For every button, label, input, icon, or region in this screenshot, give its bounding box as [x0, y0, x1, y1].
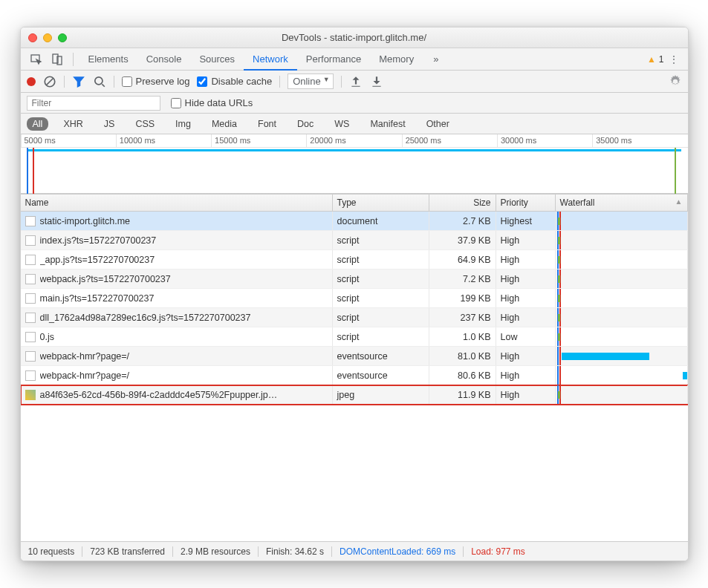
- type-filter-other[interactable]: Other: [420, 117, 455, 131]
- tab-performance[interactable]: Performance: [297, 48, 370, 71]
- network-settings-icon[interactable]: [669, 75, 682, 88]
- network-table-header: Name Type Size Priority Waterfall ▲: [21, 194, 688, 212]
- timeline-overview[interactable]: 5000 ms10000 ms15000 ms20000 ms25000 ms3…: [21, 134, 688, 194]
- tab-sources[interactable]: Sources: [190, 48, 244, 71]
- cell-name: _app.js?ts=1572270700237: [21, 250, 333, 269]
- hide-data-urls-checkbox[interactable]: Hide data URLs: [171, 97, 253, 108]
- cell-priority: High: [496, 231, 556, 249]
- column-name[interactable]: Name: [21, 195, 333, 211]
- timeline-tick: 25000 ms: [402, 134, 497, 147]
- table-row[interactable]: _app.js?ts=1572270700237script64.9 KBHig…: [21, 250, 688, 270]
- warning-icon: ▲: [647, 54, 656, 65]
- column-priority[interactable]: Priority: [496, 195, 556, 211]
- type-filter-ws[interactable]: WS: [328, 117, 355, 131]
- type-filter-bar: All XHRJSCSSImgMediaFontDocWSManifestOth…: [21, 114, 688, 134]
- type-filter-img[interactable]: Img: [169, 117, 197, 131]
- tab-network[interactable]: Network: [244, 48, 297, 71]
- table-row[interactable]: a84f63e5-62cd-456b-89f4-c2adddc4e575%2Fp…: [21, 385, 688, 405]
- type-filter-doc[interactable]: Doc: [291, 117, 319, 131]
- timeline-tick: 10000 ms: [116, 134, 211, 147]
- type-filter-font[interactable]: Font: [252, 117, 282, 131]
- minimize-window-button[interactable]: [43, 33, 52, 42]
- file-name: webpack-hmr?page=/: [40, 351, 130, 362]
- table-row[interactable]: static-import.glitch.medocument2.7 KBHig…: [21, 212, 688, 231]
- search-icon[interactable]: [93, 75, 106, 88]
- file-icon: [25, 216, 36, 226]
- close-window-button[interactable]: [28, 33, 37, 42]
- more-tabs-button[interactable]: »: [424, 48, 447, 71]
- type-filter-js[interactable]: JS: [98, 117, 121, 131]
- cell-size: 199 KB: [429, 289, 496, 307]
- table-row[interactable]: main.js?ts=1572270700237script199 KBHigh: [21, 289, 688, 308]
- tab-console[interactable]: Console: [137, 48, 191, 71]
- cell-name: webpack.js?ts=1572270700237: [21, 270, 333, 288]
- cell-name: static-import.glitch.me: [21, 212, 333, 230]
- cell-priority: High: [496, 289, 556, 307]
- table-row[interactable]: webpack-hmr?page=/eventsource80.6 KBHigh: [21, 366, 688, 385]
- upload-har-icon[interactable]: [349, 75, 363, 88]
- record-button[interactable]: [27, 77, 36, 86]
- cell-type: jpeg: [333, 385, 429, 404]
- column-type[interactable]: Type: [333, 195, 429, 211]
- device-toolbar-icon[interactable]: [48, 51, 67, 68]
- settings-menu-button[interactable]: ⋮: [666, 54, 682, 65]
- file-icon: [25, 274, 36, 284]
- titlebar: DevTools - static-import.glitch.me/: [21, 27, 688, 48]
- preserve-log-input[interactable]: [122, 76, 132, 87]
- file-icon: [25, 370, 36, 381]
- cell-size: 11.9 KB: [429, 385, 496, 404]
- cell-type: document: [333, 212, 429, 230]
- status-domcontentloaded: DOMContentLoaded: 669 ms: [340, 546, 455, 557]
- type-filter-css[interactable]: CSS: [129, 117, 160, 131]
- window-title: DevTools - static-import.glitch.me/: [282, 32, 426, 43]
- hide-data-urls-input[interactable]: [171, 98, 181, 108]
- zoom-window-button[interactable]: [58, 33, 67, 42]
- disable-cache-label: Disable cache: [211, 76, 272, 87]
- timeline-tick: 5000 ms: [21, 134, 116, 147]
- column-size[interactable]: Size: [429, 195, 496, 211]
- tab-memory[interactable]: Memory: [370, 48, 423, 71]
- cell-priority: High: [496, 270, 556, 288]
- filter-input[interactable]: [27, 96, 160, 111]
- cell-priority: High: [496, 250, 556, 269]
- table-row[interactable]: 0.jsscript1.0 KBLow: [21, 327, 688, 347]
- column-waterfall[interactable]: Waterfall ▲: [556, 195, 688, 211]
- cell-name: webpack-hmr?page=/: [21, 347, 333, 365]
- table-row[interactable]: index.js?ts=1572270700237script37.9 KBHi…: [21, 231, 688, 250]
- timeline-tick: 35000 ms: [592, 134, 687, 147]
- throttling-select[interactable]: Online: [288, 74, 334, 89]
- table-row[interactable]: webpack-hmr?page=/eventsource81.0 KBHigh: [21, 347, 688, 366]
- type-filter-all[interactable]: All: [27, 117, 49, 131]
- file-name: main.js?ts=1572270700237: [40, 293, 155, 304]
- file-name: webpack-hmr?page=/: [40, 370, 130, 381]
- file-name: webpack.js?ts=1572270700237: [40, 274, 171, 284]
- inspect-element-icon[interactable]: [27, 51, 46, 68]
- file-name: static-import.glitch.me: [40, 216, 131, 226]
- tab-elements[interactable]: Elements: [79, 48, 137, 71]
- svg-line-6: [102, 84, 104, 86]
- cell-waterfall: [556, 347, 688, 365]
- table-row[interactable]: dll_1762a4d98a7289ec16c9.js?ts=157227070…: [21, 308, 688, 327]
- status-resources: 2.9 MB resources: [181, 546, 250, 557]
- disable-cache-input[interactable]: [197, 76, 207, 87]
- download-har-icon[interactable]: [370, 75, 383, 88]
- table-row[interactable]: webpack.js?ts=1572270700237script7.2 KBH…: [21, 270, 688, 289]
- filter-icon[interactable]: [72, 75, 85, 88]
- disable-cache-checkbox[interactable]: Disable cache: [197, 76, 272, 87]
- cell-name: index.js?ts=1572270700237: [21, 231, 333, 249]
- preserve-log-checkbox[interactable]: Preserve log: [122, 76, 190, 87]
- cell-waterfall: [556, 308, 688, 327]
- status-finish: Finish: 34.62 s: [266, 546, 324, 557]
- hide-data-urls-label: Hide data URLs: [185, 97, 253, 108]
- filter-bar: Hide data URLs: [21, 93, 688, 114]
- cell-size: 37.9 KB: [429, 231, 496, 249]
- type-filter-media[interactable]: Media: [206, 117, 243, 131]
- cell-type: script: [333, 308, 429, 327]
- type-filter-manifest[interactable]: Manifest: [364, 117, 411, 131]
- clear-button[interactable]: [43, 75, 56, 88]
- file-name: index.js?ts=1572270700237: [40, 235, 157, 246]
- file-name: 0.js: [40, 332, 54, 342]
- file-icon: [25, 293, 36, 304]
- type-filter-xhr[interactable]: XHR: [57, 117, 88, 131]
- warnings-badge[interactable]: ▲ 1: [647, 54, 664, 65]
